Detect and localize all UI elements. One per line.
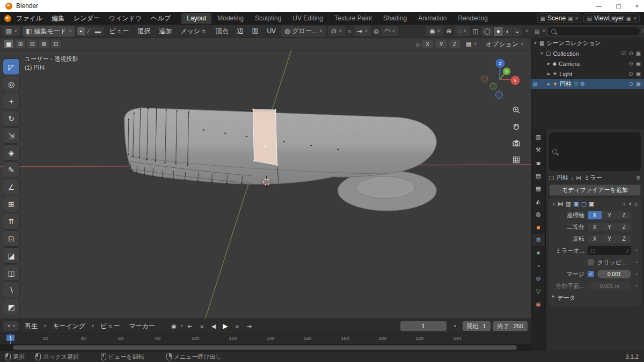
flip-x-toggle[interactable]: X: [588, 235, 602, 243]
tab-object[interactable]: ■: [532, 221, 545, 233]
tool-move[interactable]: +: [3, 93, 19, 109]
frame-end-field[interactable]: 終了 250: [493, 321, 528, 331]
workspace-tab-animation[interactable]: Animation: [413, 13, 452, 24]
gizmo-neg-z[interactable]: [496, 92, 503, 99]
flip-y-toggle[interactable]: Y: [602, 235, 617, 243]
tool-measure[interactable]: ∠: [3, 179, 19, 195]
menu-edit[interactable]: 編集: [47, 13, 69, 24]
breadcrumb-object[interactable]: 円柱: [557, 174, 568, 182]
bisect-z-toggle[interactable]: Z: [617, 223, 631, 231]
options-dropdown[interactable]: オプション ∨: [482, 39, 527, 50]
menu-select[interactable]: 選択: [134, 26, 153, 37]
select-mode-intersect-button[interactable]: ⊡: [51, 40, 61, 48]
axis-y-toggle[interactable]: Y: [602, 211, 617, 219]
select-mode-invert-button[interactable]: ⊠: [39, 40, 49, 48]
properties-search-input[interactable]: [559, 148, 638, 156]
tab-tool[interactable]: ⚒: [532, 144, 545, 156]
editor-type-button[interactable]: ▧ ∨: [3, 26, 20, 36]
tool-transform[interactable]: ◈: [3, 145, 19, 160]
tool-loop-cut[interactable]: ◫: [3, 265, 19, 280]
outliner-editor-icon[interactable]: ▤: [535, 28, 539, 34]
bisect-x-toggle[interactable]: X: [588, 223, 602, 231]
realtime-toggle[interactable]: ▢: [581, 201, 587, 208]
outliner-row-camera[interactable]: ▶ ◆ Camera ⊙ ▣: [531, 58, 644, 69]
menu-keying[interactable]: キーイング: [49, 321, 89, 332]
hide-viewport-icon[interactable]: ⊙: [628, 50, 633, 56]
animate-dot[interactable]: •: [634, 283, 639, 289]
tab-physics[interactable]: ◔: [532, 260, 545, 271]
snap-grid-dropdown[interactable]: ▦ ∨: [463, 39, 480, 49]
tool-bevel[interactable]: ◪: [3, 248, 19, 263]
menu-edge[interactable]: 辺: [233, 26, 246, 37]
outliner-row-collection[interactable]: ▼ ▢ Collection ☑ ⊙ ▣: [531, 48, 644, 58]
animate-dot[interactable]: •: [634, 260, 639, 265]
zoom-button[interactable]: [511, 105, 521, 115]
next-keyframe-button[interactable]: »: [232, 321, 243, 331]
tab-view-layer[interactable]: ▦: [532, 183, 545, 194]
menu-render[interactable]: レンダー: [69, 13, 104, 24]
menu-marker[interactable]: マーカー: [126, 321, 159, 332]
edge-select-button[interactable]: ∕: [85, 27, 92, 35]
render-toggle[interactable]: ▣: [589, 201, 594, 208]
menu-face[interactable]: 面: [248, 26, 261, 37]
workspace-tab-uv-editing[interactable]: UV Editing: [287, 13, 328, 24]
camera-view-button[interactable]: [511, 138, 521, 148]
viewport-3d[interactable]: ユーザー・透視投影 (1) 円柱 ◸ ◎ + ↻ ⇲ ◈ ✎ ∠ ⊞ ⇈ ⊡ ◪: [0, 50, 531, 319]
minimize-button[interactable]: —: [596, 3, 602, 10]
tab-material[interactable]: ◉: [532, 299, 545, 310]
vertex-select-button[interactable]: ▪: [77, 27, 85, 35]
animate-dot[interactable]: •: [634, 248, 639, 253]
tab-object-data[interactable]: ▽: [532, 286, 545, 297]
delete-modifier-icon[interactable]: ×: [628, 201, 632, 207]
workspace-tab-texture-paint[interactable]: Texture Paint: [329, 13, 377, 24]
tab-world[interactable]: ◍: [532, 209, 545, 220]
gizmos-toggle[interactable]: ⊕: [446, 27, 451, 35]
gizmo-neg-x[interactable]: [481, 76, 488, 82]
shading-dropdown-icon[interactable]: ∨: [525, 29, 528, 33]
select-mode-extend-button[interactable]: ⊞: [16, 40, 25, 48]
menu-mesh[interactable]: メッシュ: [177, 26, 210, 37]
animate-dot[interactable]: •: [634, 271, 639, 277]
hide-viewport-icon[interactable]: ⊙: [628, 61, 633, 67]
flip-z-toggle[interactable]: Z: [617, 235, 631, 243]
tab-modifiers[interactable]: ⚙: [532, 234, 545, 246]
workspace-tab-modeling[interactable]: Modeling: [212, 13, 249, 24]
playhead-badge[interactable]: 1: [6, 335, 14, 341]
hide-viewport-icon[interactable]: ⊙: [628, 81, 633, 87]
tab-render[interactable]: ◙: [532, 157, 545, 168]
ortho-toggle-button[interactable]: [511, 155, 521, 165]
mirror-object-field[interactable]: ▢ ∕: [588, 246, 631, 255]
disable-render-icon[interactable]: ▣: [636, 50, 641, 56]
mode-dropdown[interactable]: ◧ 編集モード ∨: [23, 26, 75, 37]
disable-render-icon[interactable]: ▣: [636, 61, 641, 67]
scene-selector[interactable]: ▦ Scene ▣ ×: [537, 13, 582, 23]
maximize-button[interactable]: ▢: [616, 3, 621, 10]
app-menu-icon[interactable]: [4, 15, 11, 22]
scrollbar-thumb[interactable]: [13, 345, 517, 350]
menu-uv[interactable]: UV: [264, 26, 279, 36]
outliner-row-light[interactable]: ▶ ☀ Light ⊙ ▣: [531, 69, 644, 79]
pin-icon[interactable]: ⊕: [636, 174, 641, 181]
play-reverse-button[interactable]: ◀: [208, 321, 219, 331]
workspace-tab-sculpting[interactable]: Sculpting: [250, 13, 287, 24]
menu-playback[interactable]: 再生: [21, 321, 41, 332]
drag-handle-icon[interactable]: ≡: [634, 201, 638, 207]
auto-key-button[interactable]: ◉: [169, 321, 179, 331]
workspace-tab-layout[interactable]: Layout: [181, 13, 211, 24]
bisect-y-toggle[interactable]: Y: [602, 223, 617, 231]
current-frame-field[interactable]: 1: [400, 321, 447, 331]
menu-file[interactable]: ファイル: [12, 13, 47, 24]
unlink-scene-icon[interactable]: ×: [575, 16, 579, 21]
workspace-tab-rendering[interactable]: Rendering: [453, 13, 493, 24]
menu-add[interactable]: 追加: [156, 26, 175, 37]
menu-timeline-view[interactable]: ビュー: [97, 321, 123, 332]
hide-viewport-icon[interactable]: ⊙: [628, 71, 633, 77]
expand-icon[interactable]: ▶: [547, 82, 550, 86]
timeline-scrollbar[interactable]: [0, 344, 531, 351]
axis-z-toggle[interactable]: Z: [617, 211, 631, 219]
pivot-point-dropdown[interactable]: ⊙ ∨: [328, 26, 345, 36]
tool-scale[interactable]: ⇲: [3, 128, 19, 143]
transform-orientation-dropdown[interactable]: ◍ グロー... ∨: [281, 26, 326, 37]
expand-icon[interactable]: ▶: [547, 62, 550, 65]
outliner-row-scene-collection[interactable]: ▼ ▦ シーンコレクション: [531, 38, 644, 48]
